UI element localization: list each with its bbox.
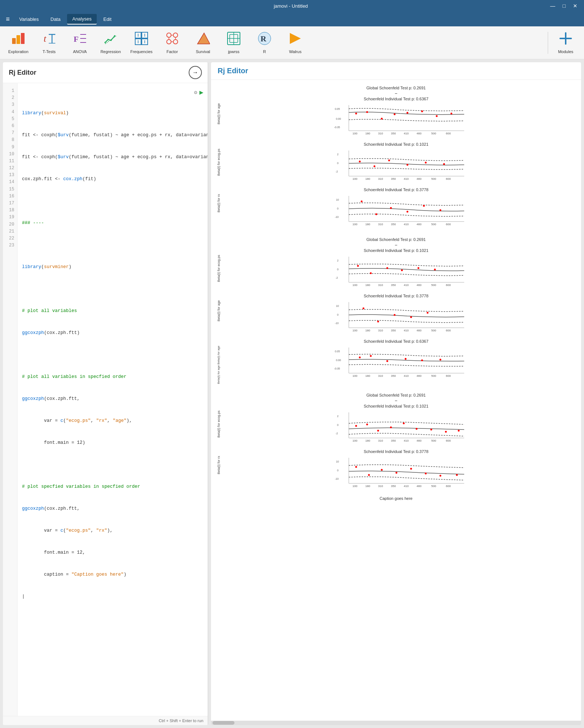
code-line-9	[22, 285, 203, 293]
menu-edit[interactable]: Edit	[98, 14, 117, 24]
toolbar-frequencies[interactable]: Frequencies	[127, 28, 156, 57]
svg-text:180: 180	[365, 329, 370, 332]
svg-point-90	[407, 211, 409, 213]
code-line-21: font.main = 12,	[22, 549, 203, 556]
svg-text:460: 460	[417, 283, 422, 287]
svg-text:100: 100	[352, 374, 358, 378]
anova-icon: F	[73, 31, 87, 48]
code-line-8: library(survminer)	[22, 263, 203, 271]
output-body[interactable]: Global Schoenfeld Test p: 0.2691 – Schoe…	[211, 80, 581, 721]
svg-text:10: 10	[336, 198, 339, 201]
jpwrss-label: jpwrss	[228, 49, 239, 54]
walrus-label: Walrus	[289, 49, 302, 54]
toolbar-modules[interactable]: Modules	[551, 28, 580, 57]
svg-text:10: 10	[336, 305, 339, 307]
bottom-scrollbar-thumb[interactable]	[212, 721, 234, 725]
minimize-button[interactable]: —	[548, 2, 558, 10]
svg-text:-0.05: -0.05	[334, 367, 340, 370]
hamburger-menu[interactable]: ≡	[3, 14, 13, 25]
svg-text:600: 600	[446, 132, 451, 135]
toolbar-r[interactable]: R R	[250, 28, 279, 57]
svg-text:0: 0	[337, 268, 339, 271]
svg-text:350: 350	[391, 177, 396, 181]
code-area[interactable]: ⚙ ▶ library(survival) fit <- coxph($urv(…	[18, 83, 208, 716]
chart-title-1-1: Schoenfeld Individual Test p: 0.6367	[217, 97, 575, 101]
svg-text:0: 0	[337, 313, 339, 316]
svg-point-192	[396, 472, 398, 473]
settings-icon[interactable]: ⚙	[194, 89, 197, 97]
walrus-icon	[288, 31, 302, 48]
svg-point-129	[394, 314, 396, 316]
exploration-label: Exploration	[8, 49, 28, 54]
svg-text:600: 600	[446, 439, 451, 442]
svg-text:410: 410	[404, 374, 409, 378]
svg-text:100: 100	[352, 283, 358, 287]
svg-point-14	[110, 40, 112, 41]
regression-icon	[104, 31, 118, 48]
menu-data[interactable]: Data	[45, 14, 66, 24]
svg-point-68	[374, 166, 376, 167]
chart-section-3: Global Schoenfeld Test p: 0.2691 – Schoe…	[217, 393, 575, 502]
y-label-1-1: Beta(t) for age	[217, 103, 224, 125]
svg-text:410: 410	[404, 132, 409, 135]
svg-text:Time: Time	[400, 287, 407, 288]
menu-analyses[interactable]: Analyses	[67, 14, 97, 25]
svg-text:310: 310	[378, 484, 383, 488]
svg-text:180: 180	[365, 439, 370, 442]
bottom-scrollbar[interactable]	[211, 721, 581, 725]
svg-text:460: 460	[417, 132, 422, 135]
svg-text:310: 310	[378, 223, 383, 226]
menu-variables[interactable]: Variables	[14, 14, 44, 24]
toolbar-anova[interactable]: F ANOVA	[65, 28, 95, 57]
svg-text:Time: Time	[400, 135, 407, 136]
svg-text:180: 180	[365, 283, 370, 287]
code-line-22: caption = "Caption goes here")	[22, 571, 203, 578]
svg-text:t: t	[44, 33, 47, 44]
editor-run-button[interactable]: →	[189, 66, 202, 79]
svg-point-109	[387, 267, 388, 269]
toolbar-walrus[interactable]: Walrus	[281, 28, 310, 57]
main-content: Rj Editor → 12345 678910 1112131415 1617…	[0, 59, 584, 728]
svg-text:-10: -10	[335, 322, 339, 324]
svg-text:0.05: 0.05	[335, 350, 340, 353]
output-panel: Rj Editor Global Schoenfeld Test p: 0.26…	[211, 62, 581, 725]
svg-text:100: 100	[352, 439, 358, 442]
run-icon[interactable]: ▶	[199, 88, 203, 98]
svg-text:180: 180	[365, 223, 370, 226]
code-line-5	[22, 197, 203, 205]
svg-text:100: 100	[352, 484, 358, 488]
toolbar-survival[interactable]: Survival	[188, 28, 218, 57]
svg-text:600: 600	[446, 484, 451, 488]
y-label-1-2: Beta(t) for ecog.ps	[217, 149, 224, 176]
modules-label: Modules	[558, 49, 573, 54]
svg-text:410: 410	[404, 223, 409, 226]
svg-text:-10: -10	[335, 478, 339, 480]
toolbar-factor[interactable]: Factor	[158, 28, 187, 57]
toolbar-regression[interactable]: Regression	[96, 28, 125, 57]
svg-text:600: 600	[446, 177, 451, 181]
run-shortcut: Ctrl + Shift + Enter to run	[159, 718, 203, 723]
svg-text:-0.05: -0.05	[334, 126, 340, 129]
svg-point-151	[440, 359, 441, 361]
close-button[interactable]: ✕	[571, 2, 580, 10]
code-line-12	[22, 351, 203, 359]
svg-point-170	[403, 422, 405, 424]
svg-text:Time: Time	[400, 181, 407, 182]
code-line-20: var = c("ecog.ps", "rx"),	[22, 527, 203, 534]
svg-text:410: 410	[404, 283, 409, 287]
svg-point-193	[410, 468, 412, 469]
toolbar-jpwrss[interactable]: jpwrss	[219, 28, 248, 57]
survival-label: Survival	[196, 49, 210, 54]
toolbar-ttests[interactable]: t T-Tests	[34, 28, 64, 57]
survival-icon	[196, 31, 210, 48]
svg-point-149	[405, 358, 407, 360]
code-line-1: library(survival)	[22, 109, 203, 117]
code-line-6: ### ----	[22, 219, 203, 227]
jpwrss-icon	[227, 31, 241, 48]
svg-point-168	[377, 430, 379, 431]
code-line-14: ggcoxzph(cox.zph.ftt,	[22, 395, 203, 402]
maximize-button[interactable]: □	[561, 2, 568, 10]
chart-svg-1-2: 100 180 310 350 410 460 500 600 2 0 -2 T…	[225, 149, 575, 183]
window-controls[interactable]: — □ ✕	[548, 2, 580, 10]
toolbar-exploration[interactable]: Exploration	[4, 28, 33, 57]
